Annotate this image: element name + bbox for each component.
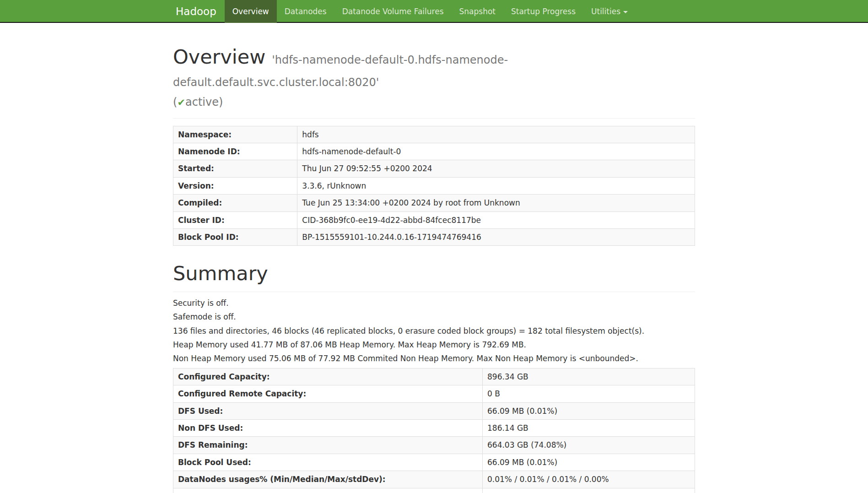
non-dfs-used-label: Non DFS Used: [173, 419, 483, 436]
configured-remote-capacity-label: Configured Remote Capacity: [173, 385, 483, 402]
table-row: Configured Remote Capacity: 0 B [173, 385, 695, 402]
live-nodes-value: 1 (Decommissioned: 0, In Maintenance: 0) [483, 488, 695, 493]
main-content: Overview 'hdfs-namenode-default-0.hdfs-n… [173, 46, 695, 493]
version-label: Version: [173, 177, 297, 194]
menu-utilities-item: Utilities [583, 0, 636, 23]
namenode-id-value: hdfs-namenode-default-0 [297, 143, 695, 160]
heap-memory-text: Heap Memory used 41.77 MB of 87.06 MB He… [173, 340, 695, 349]
table-row: Cluster ID: CID-368b9fc0-ee19-4d22-abbd-… [173, 211, 695, 228]
block-pool-id-label: Block Pool ID: [173, 229, 297, 246]
cluster-metrics-table: Configured Capacity: 896.34 GB Configure… [173, 368, 695, 493]
table-row: Started: Thu Jun 27 09:52:55 +0200 2024 [173, 160, 695, 177]
configured-capacity-label: Configured Capacity: [173, 368, 483, 385]
tab-overview-item: Overview [225, 0, 277, 23]
tab-datanodes[interactable]: Datanodes [277, 0, 334, 23]
check-icon: ✔ [177, 97, 185, 108]
safemode-status-text: Safemode is off. [173, 312, 695, 321]
page-title: Overview 'hdfs-namenode-default-0.hdfs-n… [173, 46, 695, 91]
namenode-id-label: Namenode ID: [173, 143, 297, 160]
menu-utilities-label: Utilities [591, 7, 620, 16]
header-divider [173, 118, 695, 119]
block-pool-id-value: BP-1515559101-10.244.0.16-1719474769416 [297, 229, 695, 246]
compiled-value: Tue Jun 25 13:34:00 +0200 2024 by root f… [297, 195, 695, 211]
table-row: Namespace: hdfs [173, 126, 695, 143]
dfs-remaining-value: 664.03 GB (74.08%) [483, 437, 695, 454]
dfs-remaining-label: DFS Remaining: [173, 437, 483, 454]
status-close-paren: ) [219, 96, 223, 108]
tab-datanode-volume-failures[interactable]: Datanode Volume Failures [334, 0, 452, 23]
datanodes-usages-value: 0.01% / 0.01% / 0.01% / 0.00% [483, 471, 695, 488]
table-row: DFS Used: 66.09 MB (0.01%) [173, 402, 695, 419]
caret-down-icon [623, 11, 628, 13]
security-status-text: Security is off. [173, 298, 695, 308]
summary-heading: Summary [173, 262, 695, 285]
namespace-label: Namespace: [173, 126, 297, 143]
compiled-label: Compiled: [173, 195, 297, 211]
table-row: Block Pool Used: 66.09 MB (0.01%) [173, 454, 695, 471]
namespace-value: hdfs [297, 126, 695, 143]
table-row: DFS Remaining: 664.03 GB (74.08%) [173, 437, 695, 454]
navbar: Hadoop Overview Datanodes Datanode Volum… [0, 0, 868, 23]
non-dfs-used-value: 186.14 GB [483, 419, 695, 436]
version-value: 3.3.6, rUnknown [297, 177, 695, 194]
navbar-container: Hadoop Overview Datanodes Datanode Volum… [173, 0, 695, 23]
tab-datanodes-item: Datanodes [277, 0, 334, 23]
namenode-status: (✔active) [173, 96, 695, 109]
tab-overview[interactable]: Overview [225, 0, 277, 23]
summary-divider [173, 292, 695, 292]
tab-snapshot-item: Snapshot [452, 0, 503, 23]
table-row: Namenode ID: hdfs-namenode-default-0 [173, 143, 695, 160]
block-pool-used-label: Block Pool Used: [173, 454, 483, 471]
dfs-used-label: DFS Used: [173, 402, 483, 419]
page-title-text: Overview [173, 45, 265, 68]
table-row: Configured Capacity: 896.34 GB [173, 368, 695, 385]
status-open-paren: ( [173, 96, 177, 108]
tab-snapshot[interactable]: Snapshot [452, 0, 503, 23]
summary-text: Security is off. Safemode is off. 136 fi… [173, 298, 695, 363]
namenode-info-table: Namespace: hdfs Namenode ID: hdfs-nameno… [173, 126, 695, 246]
table-row: Non DFS Used: 186.14 GB [173, 419, 695, 436]
navbar-menu: Overview Datanodes Datanode Volume Failu… [225, 0, 636, 23]
table-row: Live Nodes 1 (Decommissioned: 0, In Main… [173, 488, 695, 493]
tab-startup-progress[interactable]: Startup Progress [503, 0, 583, 23]
table-row: Compiled: Tue Jun 25 13:34:00 +0200 2024… [173, 195, 695, 211]
table-row: DataNodes usages% (Min/Median/Max/stdDev… [173, 471, 695, 488]
status-label: active [185, 96, 219, 108]
tab-datanode-volume-failures-item: Datanode Volume Failures [334, 0, 452, 23]
table-row: Block Pool ID: BP-1515559101-10.244.0.16… [173, 229, 695, 246]
non-heap-memory-text: Non Heap Memory used 75.06 MB of 77.92 M… [173, 354, 695, 363]
cluster-id-label: Cluster ID: [173, 211, 297, 228]
started-label: Started: [173, 160, 297, 177]
hadoop-brand[interactable]: Hadoop [173, 0, 225, 23]
table-row: Version: 3.3.6, rUnknown [173, 177, 695, 194]
configured-remote-capacity-value: 0 B [483, 385, 695, 402]
filesystem-objects-text: 136 files and directories, 46 blocks (46… [173, 326, 695, 336]
configured-capacity-value: 896.34 GB [483, 368, 695, 385]
datanodes-usages-label: DataNodes usages% (Min/Median/Max/stdDev… [173, 471, 483, 488]
cluster-id-value: CID-368b9fc0-ee19-4d22-abbd-84fcec8117be [297, 211, 695, 228]
dfs-used-value: 66.09 MB (0.01%) [483, 402, 695, 419]
menu-utilities-dropdown[interactable]: Utilities [583, 0, 636, 23]
started-value: Thu Jun 27 09:52:55 +0200 2024 [297, 160, 695, 177]
block-pool-used-value: 66.09 MB (0.01%) [483, 454, 695, 471]
tab-startup-progress-item: Startup Progress [503, 0, 583, 23]
